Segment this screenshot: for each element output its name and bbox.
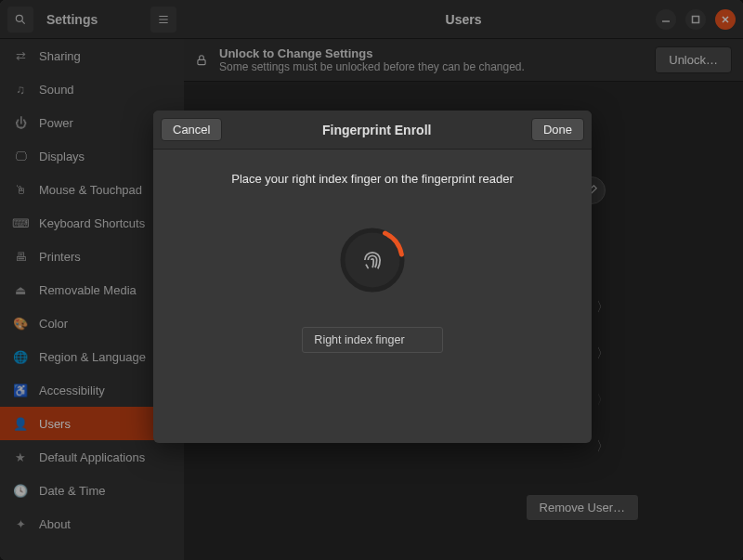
selected-finger-field[interactable]: Right index finger bbox=[302, 327, 442, 353]
dialog-title: Fingerprint Enroll bbox=[322, 123, 431, 137]
done-button[interactable]: Done bbox=[531, 118, 584, 141]
progress-arc bbox=[339, 227, 406, 293]
fingerprint-progress bbox=[343, 230, 402, 290]
fingerprint-enroll-dialog: Cancel Fingerprint Enroll Done Place you… bbox=[153, 111, 592, 443]
dialog-body: Place your right index finger on the fin… bbox=[153, 150, 592, 443]
settings-window: Settings Users ⇄Sharing♫Sound⏻Power🖵Disp… bbox=[0, 0, 743, 560]
cancel-button[interactable]: Cancel bbox=[161, 118, 222, 141]
enroll-instruction: Place your right index finger on the fin… bbox=[231, 172, 514, 186]
svg-point-11 bbox=[339, 227, 406, 293]
dialog-header: Cancel Fingerprint Enroll Done bbox=[153, 111, 592, 150]
